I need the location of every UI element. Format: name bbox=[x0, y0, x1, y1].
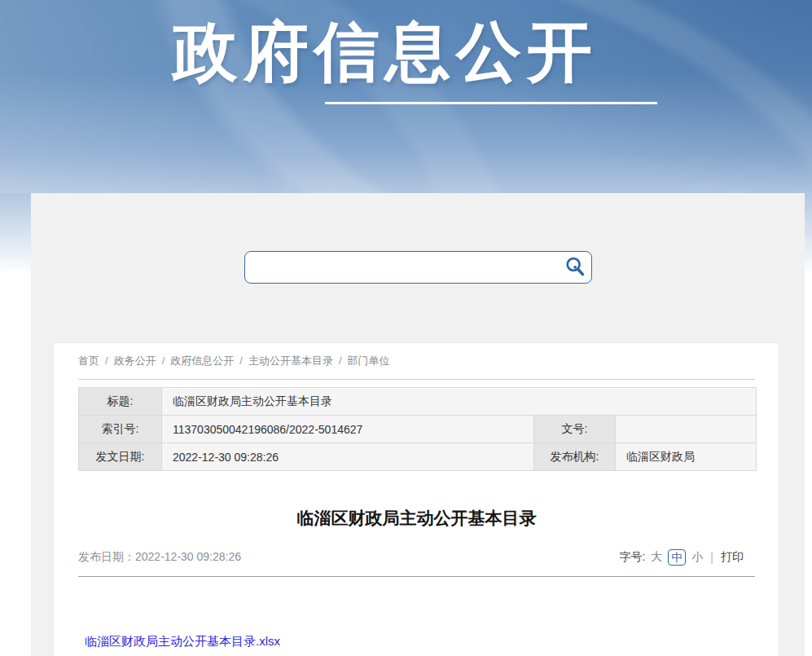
title-value: 临淄区财政局主动公开基本目录 bbox=[162, 388, 757, 416]
breadcrumb-department[interactable]: 部门单位 bbox=[348, 354, 390, 367]
index-number-label: 索引号: bbox=[79, 416, 162, 443]
doc-number-label: 文号: bbox=[534, 416, 616, 443]
breadcrumb-separator: / bbox=[339, 354, 342, 367]
table-row-date: 发文日期: 2022-12-30 09:28:26 发布机构: 临淄区财政局 bbox=[79, 443, 757, 471]
publish-date-label: 发布日期： bbox=[78, 550, 135, 563]
publish-date: 发布日期：2022-12-30 09:28:26 bbox=[78, 550, 241, 565]
print-button[interactable]: 打印 bbox=[721, 550, 744, 565]
page-body: 首页/政务公开/政府信息公开/主动公开基本目录/部门单位 标题: 临淄区财政局主… bbox=[0, 193, 812, 656]
attachment-area: 临淄区财政局主动公开基本目录.xlsx bbox=[78, 634, 755, 649]
search-row bbox=[31, 193, 805, 284]
publisher-value: 临淄区财政局 bbox=[616, 443, 757, 471]
banner-title-underline bbox=[325, 102, 657, 104]
publish-date-value: 2022-12-30 09:28:26 bbox=[135, 550, 241, 563]
font-size-small-button[interactable]: 小 bbox=[691, 550, 703, 565]
search-box bbox=[244, 251, 592, 284]
banner-title: 政府信息公开 bbox=[173, 18, 598, 87]
breadcrumb-zhengwu[interactable]: 政务公开 bbox=[114, 354, 156, 367]
table-row-index: 索引号: 113703050042196086/2022-5014627 文号: bbox=[79, 416, 757, 443]
table-row-title: 标题: 临淄区财政局主动公开基本目录 bbox=[79, 388, 757, 416]
breadcrumb: 首页/政务公开/政府信息公开/主动公开基本目录/部门单位 bbox=[78, 353, 755, 380]
article-title: 临淄区财政局主动公开基本目录 bbox=[78, 507, 755, 530]
font-size-label: 字号: bbox=[619, 550, 645, 565]
document-info-table: 标题: 临淄区财政局主动公开基本目录 索引号: 1137030500421960… bbox=[78, 387, 757, 471]
index-number-value: 113703050042196086/2022-5014627 bbox=[162, 416, 534, 443]
breadcrumb-info-disclosure[interactable]: 政府信息公开 bbox=[170, 354, 234, 367]
issue-date-label: 发文日期: bbox=[79, 443, 162, 471]
search-icon bbox=[564, 255, 586, 280]
meta-separator: | bbox=[710, 551, 713, 564]
font-size-medium-button[interactable]: 中 bbox=[668, 549, 686, 566]
title-label: 标题: bbox=[79, 388, 162, 416]
search-button[interactable] bbox=[559, 252, 591, 283]
search-input[interactable] bbox=[245, 252, 559, 283]
attachment-link-xlsx[interactable]: 临淄区财政局主动公开基本目录.xlsx bbox=[85, 634, 280, 648]
doc-number-value bbox=[616, 416, 757, 443]
article-meta-row: 发布日期：2022-12-30 09:28:26 字号: 大 中 小 | 打印 bbox=[78, 549, 755, 577]
breadcrumb-separator: / bbox=[162, 354, 165, 367]
font-size-large-button[interactable]: 大 bbox=[651, 550, 662, 565]
issue-date-value: 2022-12-30 09:28:26 bbox=[162, 443, 534, 471]
breadcrumb-home[interactable]: 首页 bbox=[78, 354, 99, 367]
breadcrumb-separator: / bbox=[239, 354, 243, 367]
font-size-controls: 字号: 大 中 小 | 打印 bbox=[619, 549, 755, 566]
document-detail-box: 首页/政务公开/政府信息公开/主动公开基本目录/部门单位 标题: 临淄区财政局主… bbox=[53, 342, 779, 656]
breadcrumb-separator: / bbox=[105, 354, 108, 367]
publisher-label: 发布机构: bbox=[534, 443, 616, 471]
content-panel: 首页/政务公开/政府信息公开/主动公开基本目录/部门单位 标题: 临淄区财政局主… bbox=[31, 193, 805, 656]
breadcrumb-catalog[interactable]: 主动公开基本目录 bbox=[248, 354, 333, 367]
page-banner: 政府信息公开 bbox=[0, 0, 812, 193]
